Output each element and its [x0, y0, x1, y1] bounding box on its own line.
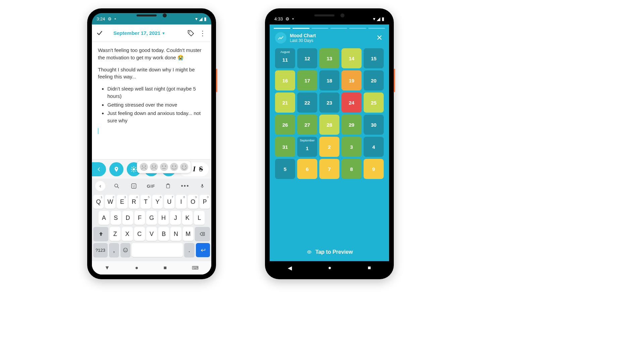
entry-bullet: Didn't sleep well last night (got maybe …	[107, 85, 205, 100]
key-g[interactable]: G	[146, 211, 157, 225]
key-b[interactable]: B	[158, 227, 169, 241]
toolbar-prev[interactable]	[92, 162, 106, 176]
mood-cell[interactable]: 8	[341, 159, 362, 179]
italic-button[interactable]: I	[193, 165, 196, 173]
keyboard-search-icon[interactable]	[111, 180, 122, 192]
nav-keyboard-switch-icon[interactable]: ⌨	[192, 265, 199, 270]
mood-option-awful[interactable]	[140, 163, 148, 171]
tap-to-preview-button[interactable]: Tap to Preview	[274, 249, 385, 255]
keyboard-clipboard-icon[interactable]	[162, 180, 174, 192]
nav-back-icon[interactable]: ▼	[105, 265, 110, 271]
key-r[interactable]: R4	[129, 195, 139, 209]
mood-cell[interactable]: 5	[275, 159, 295, 179]
key-symbols[interactable]: ?123	[93, 243, 108, 257]
mood-cell[interactable]: August11	[275, 48, 295, 68]
nav-home-icon[interactable]: ●	[328, 265, 331, 271]
mood-cell[interactable]: 13	[319, 48, 339, 68]
phone-journal: 3:24 ⚙ • ▾ ◢ ▮ September 17, 2021 ▼	[87, 8, 216, 279]
mood-option-meh[interactable]	[160, 163, 168, 171]
key-l[interactable]: L	[194, 211, 205, 225]
key-enter[interactable]	[196, 243, 210, 257]
mood-cell[interactable]: 16	[275, 70, 295, 90]
mood-cell[interactable]: 19	[341, 70, 362, 90]
mood-cell[interactable]: 15	[364, 48, 384, 68]
mood-cell[interactable]: 12	[297, 48, 317, 68]
mood-cell[interactable]: September1	[297, 137, 317, 157]
mood-option-bad[interactable]	[150, 163, 158, 171]
key-d[interactable]: D	[122, 211, 133, 225]
mood-cell[interactable]: 26	[275, 115, 295, 135]
key-c[interactable]: C	[134, 227, 145, 241]
nav-recents-icon[interactable]: ■	[368, 265, 371, 271]
overflow-menu-button[interactable]: ⋮	[198, 29, 207, 37]
key-comma[interactable]: ,	[109, 243, 119, 257]
key-o[interactable]: O9	[188, 195, 198, 209]
mood-cell[interactable]: 18	[319, 70, 339, 90]
key-x[interactable]: X	[122, 227, 132, 241]
svg-point-26	[123, 248, 127, 252]
keyboard-sticker-icon[interactable]	[128, 180, 140, 192]
key-z[interactable]: Z	[110, 227, 120, 241]
mood-cell[interactable]: 14	[341, 48, 362, 68]
key-n[interactable]: N	[170, 227, 181, 241]
key-u[interactable]: U7	[164, 195, 174, 209]
close-button[interactable]: ✕	[375, 32, 384, 44]
mood-cell[interactable]: 23	[319, 93, 339, 113]
nav-recents-icon[interactable]: ■	[164, 265, 167, 271]
svg-line-10	[135, 167, 136, 168]
keyboard-more-button[interactable]: •••	[179, 180, 191, 192]
key-q[interactable]: Q1	[93, 195, 104, 209]
key-t[interactable]: T5	[141, 195, 151, 209]
keyboard-mic-icon[interactable]	[197, 180, 208, 192]
key-f[interactable]: F	[135, 211, 145, 225]
mood-cell[interactable]: 4	[364, 137, 384, 157]
mood-cell[interactable]: 30	[364, 115, 384, 135]
key-w[interactable]: W2	[105, 195, 115, 209]
mood-cell[interactable]: 27	[297, 115, 317, 135]
mood-cell[interactable]: 6	[297, 159, 317, 179]
mood-cell[interactable]: 24	[341, 93, 362, 113]
settings-icon: ⚙	[108, 16, 112, 21]
mood-cell[interactable]: 3	[341, 137, 362, 157]
mood-cell[interactable]: 21	[275, 93, 295, 113]
key-h[interactable]: H	[158, 211, 169, 225]
mood-cell[interactable]: 9	[364, 159, 384, 179]
phone-power-button	[394, 69, 395, 92]
keyboard-gif-button[interactable]: GIF	[145, 180, 157, 192]
mood-cell[interactable]: 7	[319, 159, 339, 179]
key-s[interactable]: S	[111, 211, 121, 225]
key-k[interactable]: K	[182, 211, 193, 225]
strike-button[interactable]: S	[199, 165, 203, 173]
mood-option-good[interactable]	[170, 163, 178, 171]
mood-cell[interactable]: 28	[319, 115, 339, 135]
mood-cell[interactable]: 29	[341, 115, 362, 135]
key-j[interactable]: J	[170, 211, 181, 225]
entry-editor[interactable]: Wasn't feeling too good today. Couldn't …	[92, 42, 211, 159]
mood-cell[interactable]: 17	[297, 70, 317, 90]
location-button[interactable]	[109, 162, 123, 176]
key-i[interactable]: I8	[176, 195, 186, 209]
key-v[interactable]: V	[146, 227, 157, 241]
mood-option-rad[interactable]	[180, 163, 188, 171]
date-picker-button[interactable]: September 17, 2021 ▼	[113, 30, 165, 36]
key-a[interactable]: A	[99, 211, 109, 225]
key-shift[interactable]	[93, 227, 108, 241]
mood-cell[interactable]: 25	[364, 93, 384, 113]
key-m[interactable]: M	[183, 227, 194, 241]
key-p[interactable]: P0	[200, 195, 210, 209]
key-period[interactable]: .	[184, 243, 194, 257]
done-button[interactable]	[96, 29, 103, 37]
key-emoji[interactable]	[120, 243, 130, 257]
keyboard-collapse-button[interactable]: ‹	[95, 181, 105, 191]
key-space[interactable]	[132, 243, 183, 257]
tag-button[interactable]	[187, 29, 195, 37]
key-e[interactable]: E3	[117, 195, 127, 209]
mood-cell[interactable]: 20	[364, 70, 384, 90]
mood-cell[interactable]: 31	[275, 137, 295, 157]
mood-cell[interactable]: 2	[319, 137, 339, 157]
key-y[interactable]: Y6	[152, 195, 163, 209]
key-backspace[interactable]	[195, 227, 210, 241]
nav-home-icon[interactable]: ●	[135, 265, 139, 271]
mood-cell[interactable]: 22	[297, 93, 317, 113]
nav-back-icon[interactable]: ◀	[288, 265, 292, 271]
